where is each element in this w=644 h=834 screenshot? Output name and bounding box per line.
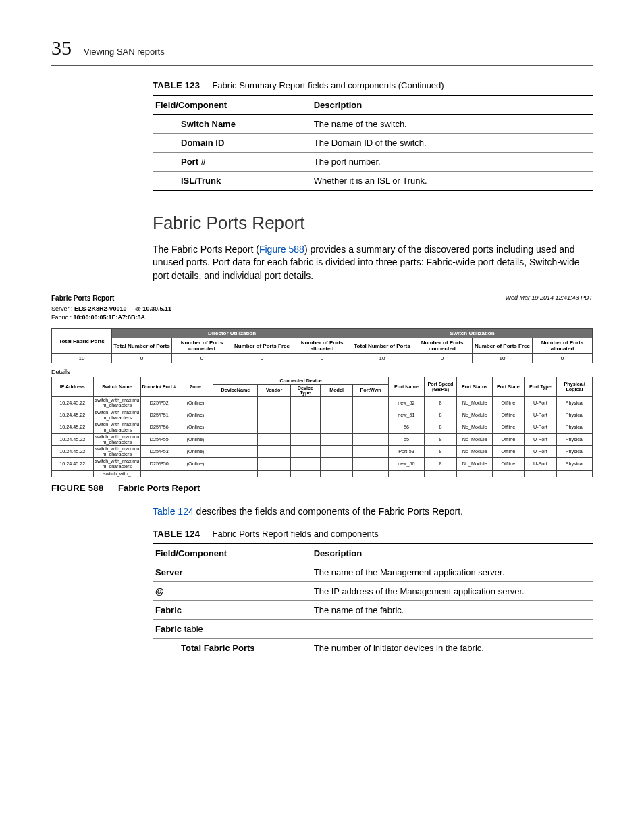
table-row: Server The name of the Management applic… xyxy=(153,563,593,581)
cell: switch_with_maximum_characters xyxy=(93,434,140,446)
hdr-director: Director Utilization xyxy=(112,329,352,338)
cell: switch_with_maximum_characters xyxy=(93,458,140,470)
cell-field: @ xyxy=(153,581,311,600)
cell xyxy=(258,446,290,458)
cell: U-Port xyxy=(524,409,556,421)
dh-model: Model xyxy=(320,384,352,396)
cell: (Online) xyxy=(178,409,213,421)
table124-caption: TABLE 124 Fabric Ports Report fields and… xyxy=(153,529,593,539)
table-row-cut: switch_with_ xyxy=(52,470,593,477)
c8: 0 xyxy=(533,354,593,363)
table124-col-a: Field/Component xyxy=(153,544,311,563)
cut-sw: switch_with_ xyxy=(93,470,140,477)
table123-col-a: Field/Component xyxy=(153,95,311,115)
section-title: Fabric Ports Report xyxy=(153,213,593,234)
cell: Offline xyxy=(493,458,525,470)
c1: 0 xyxy=(112,354,172,363)
cell xyxy=(353,446,389,458)
cell: U-Port xyxy=(524,396,556,409)
cell-field: Fabric table xyxy=(153,619,311,638)
page-number: 35 xyxy=(51,36,72,59)
dh-dp: Domain/ Port # xyxy=(141,377,178,397)
cell xyxy=(213,409,258,421)
dh-pn: Port Name xyxy=(389,377,425,397)
cell xyxy=(320,396,352,409)
cell: U-Port xyxy=(524,458,556,470)
figure-link[interactable]: Figure 588 xyxy=(259,244,304,255)
cell: 10.24.45.22 xyxy=(52,434,94,446)
cell-field-text: @ xyxy=(155,586,164,596)
dh-pst: Port Status xyxy=(457,377,493,397)
cell: 10.24.45.22 xyxy=(52,396,94,409)
cell: Physical xyxy=(557,409,593,421)
cell xyxy=(258,434,290,446)
cell: Offline xyxy=(493,446,525,458)
cell xyxy=(290,434,320,446)
cell xyxy=(353,421,389,434)
report-date: Wed Mar 19 2014 12:41:43 PDT xyxy=(506,294,593,301)
cell: 8 xyxy=(424,434,456,446)
cell xyxy=(353,458,389,470)
cell: switch_with_maximum_characters xyxy=(93,396,140,409)
section-body: The Fabric Ports Report (Figure 588) pro… xyxy=(153,243,593,282)
dh-ptype: Port Type xyxy=(524,377,556,397)
report-details-table: IP Address Switch Name Domain/ Port # Zo… xyxy=(51,377,593,477)
table123: Field/Component Description Switch Name … xyxy=(153,95,593,191)
server-name: ELS-2K8R2-V0010 xyxy=(74,305,127,312)
cell xyxy=(213,446,258,458)
cell: Physical xyxy=(557,458,593,470)
cell: 10.24.45.22 xyxy=(52,421,94,434)
cell: No_Module xyxy=(457,396,493,409)
cell xyxy=(213,458,258,470)
dh-cd: Connected Device xyxy=(213,377,389,385)
cell: 8 xyxy=(424,409,456,421)
cell: Physical xyxy=(557,446,593,458)
cell: No_Module xyxy=(457,421,493,434)
hdr-d-npf: Number of Ports Free xyxy=(232,338,292,354)
cell xyxy=(258,421,290,434)
cell: (Online) xyxy=(178,446,213,458)
report-preview: Fabric Ports Report Wed Mar 19 2014 12:4… xyxy=(51,294,593,477)
table-row: 10.24.45.22switch_with_maximum_character… xyxy=(52,409,593,421)
table123-caption-text: Fabric Summary Report fields and compone… xyxy=(212,80,444,90)
dh-zone: Zone xyxy=(178,377,213,397)
figure-label: FIGURE 588 xyxy=(51,483,103,493)
dh-pstate: Port State xyxy=(493,377,525,397)
cell: (Online) xyxy=(178,421,213,434)
cell xyxy=(353,434,389,446)
cell: D25/P50 xyxy=(141,458,178,470)
cell-desc: The Domain ID of the switch. xyxy=(311,134,593,153)
cell: No_Module xyxy=(457,458,493,470)
report-summary-row: 10 0 0 0 0 10 0 10 0 xyxy=(52,354,593,363)
cell-field: Domain ID xyxy=(153,134,311,153)
page-header: 35 Viewing SAN reports xyxy=(51,36,593,66)
cell: 56 xyxy=(389,421,425,434)
cell xyxy=(320,434,352,446)
cell xyxy=(213,434,258,446)
hdr-d-tnp: Total Number of Ports xyxy=(112,338,172,354)
cell-field: Port # xyxy=(153,153,311,172)
table124: Field/Component Description Server The n… xyxy=(153,543,593,657)
cell-desc xyxy=(311,619,593,638)
table123-col-b: Description xyxy=(311,95,593,115)
table-row: 10.24.45.22switch_with_maximum_character… xyxy=(52,434,593,446)
figure-caption: FIGURE 588 Fabric Ports Report xyxy=(51,483,593,493)
cell xyxy=(320,421,352,434)
cell xyxy=(353,396,389,409)
c5: 10 xyxy=(352,354,412,363)
table-row: Fabric table xyxy=(153,619,593,638)
table-row: Port # The port number. xyxy=(153,153,593,172)
body-a: The Fabric Ports Report ( xyxy=(153,244,259,255)
cell-field: Fabric xyxy=(153,600,311,619)
cell-field-text: Server xyxy=(155,567,182,577)
cell xyxy=(290,421,320,434)
cell xyxy=(320,409,352,421)
cell xyxy=(320,446,352,458)
dh-sw: Switch Name xyxy=(93,377,140,397)
hdr-tfp: Total Fabric Ports xyxy=(52,329,112,354)
table-link[interactable]: Table 124 xyxy=(153,506,194,517)
table-row: 10.24.45.22switch_with_maximum_character… xyxy=(52,458,593,470)
fabric-label: Fabric : xyxy=(51,314,72,321)
table-row: Domain ID The Domain ID of the switch. xyxy=(153,134,593,153)
table123-caption: TABLE 123 Fabric Summary Report fields a… xyxy=(153,80,593,90)
